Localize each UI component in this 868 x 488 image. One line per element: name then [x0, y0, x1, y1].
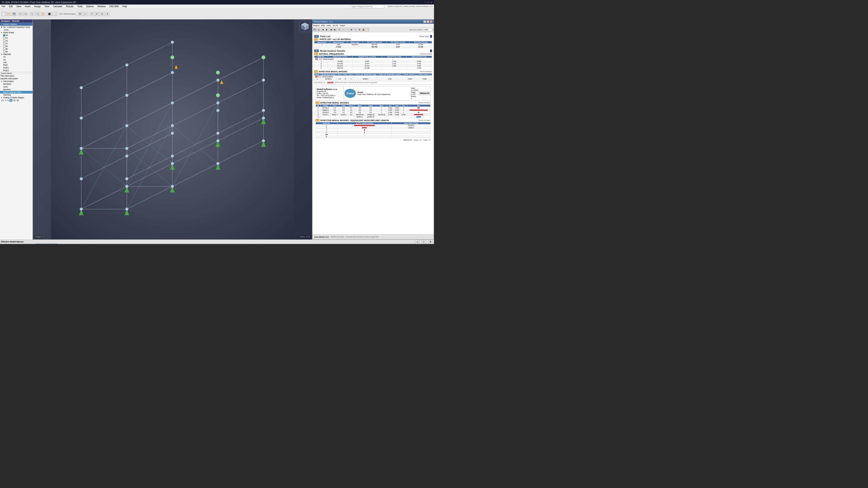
report-menu-insert[interactable]: Insert: [340, 24, 345, 27]
search-input[interactable]: [350, 5, 384, 8]
report-btn-next-page[interactable]: ▶: [325, 28, 329, 32]
report-btn-last[interactable]: ▶|: [333, 28, 337, 32]
nav-phyk[interactable]: PhyK: [0, 64, 33, 66]
toolbar-results-on[interactable]: R: [78, 12, 82, 16]
viewport[interactable]: Global XYZ Plane: XYZ XYZ: [33, 20, 312, 239]
toolbar-results-off[interactable]: —: [83, 12, 88, 16]
nav-result-diagram[interactable]: Result Diagram Filled: [0, 91, 33, 94]
nav-lines[interactable]: Lines: [0, 86, 33, 88]
bottom-btn-1[interactable]: ◁: [415, 240, 419, 244]
report-btn-export[interactable]: 📤: [362, 28, 365, 32]
menu-options[interactable]: Options: [86, 5, 94, 8]
report-menu-goto[interactable]: Go To: [333, 24, 338, 27]
menu-help[interactable]: Help: [122, 5, 128, 8]
report-close-btn[interactable]: ✕: [430, 20, 432, 23]
report-btn-search[interactable]: 🔍: [353, 28, 357, 32]
report-maximize-btn[interactable]: □: [427, 20, 429, 23]
nav-mode-shape[interactable]: ▼ Mode Shape: [0, 31, 33, 34]
menu-calculate[interactable]: Calculate: [52, 5, 63, 8]
report-menu-edit[interactable]: Edit: [321, 24, 325, 27]
nav-3d[interactable]: 3d: [0, 34, 33, 37]
nav-phix-check[interactable]: [3, 45, 5, 47]
scale-50[interactable]: 50: [16, 99, 19, 102]
nav-sections[interactable]: Sections: [0, 88, 33, 91]
nav-ux[interactable]: ux: [0, 37, 33, 39]
menu-view[interactable]: View: [16, 5, 22, 8]
nav-members[interactable]: Members: [0, 83, 33, 86]
menu-insert[interactable]: Insert: [24, 5, 31, 8]
report-minimize-btn[interactable]: ─: [423, 20, 426, 23]
nav-maxmin[interactable]: Max/Min Information: [0, 77, 33, 80]
report-btn-fit[interactable]: ⊞: [349, 28, 353, 32]
nav-deformation[interactable]: ▼ Deformation: [0, 80, 33, 83]
toolbar-select[interactable]: ↖: [30, 12, 35, 16]
nav-phyk2[interactable]: PhyK2: [0, 69, 33, 72]
scale-5[interactable]: 5: [7, 99, 9, 102]
nav-uz[interactable]: uz: [0, 42, 33, 45]
nav-uy[interactable]: uy: [0, 39, 33, 42]
report-btn-first[interactable]: |◀: [329, 28, 333, 32]
nav-m1[interactable]: m1: [0, 56, 33, 58]
menu-edit[interactable]: Edit: [8, 5, 13, 8]
toolbar-pan[interactable]: ✋: [40, 12, 45, 16]
toolbar-view-top[interactable]: T: [90, 12, 94, 16]
nav-phiz[interactable]: φz: [0, 50, 33, 53]
report-btn-copy[interactable]: 📋: [366, 28, 369, 32]
nav-phiy[interactable]: φy: [0, 47, 33, 50]
report-menu-report[interactable]: Report: [313, 24, 319, 27]
nav-ux-check[interactable]: [3, 37, 5, 39]
toolbar-new[interactable]: 📄: [1, 12, 6, 16]
nav-uy-check[interactable]: [3, 40, 5, 42]
menu-cadbim[interactable]: CAD-BIM: [108, 5, 119, 8]
scale-10[interactable]: 10: [9, 99, 12, 102]
menu-results[interactable]: Results: [65, 5, 74, 8]
nav-3d-check[interactable]: [3, 34, 5, 36]
menu-assign[interactable]: Assign: [33, 5, 41, 8]
max-period-input[interactable]: [423, 28, 432, 31]
toolbar-save[interactable]: 💾: [12, 12, 16, 16]
bottom-btn-3[interactable]: ⊞: [428, 240, 433, 244]
nav-result-values[interactable]: Result Values: [0, 72, 33, 74]
toolbar-open[interactable]: 📂: [6, 12, 11, 16]
modal-analysis-nav-item[interactable]: ✓ Modal Analysis: [0, 23, 33, 26]
nav-title-info[interactable]: Title Information: [0, 74, 33, 77]
nav-uz-check[interactable]: [3, 42, 5, 44]
nav-scaling[interactable]: ▼ Scaling of Mode Shapes: [0, 96, 33, 99]
report-btn-save[interactable]: 💾: [313, 28, 316, 32]
nav-phyk1[interactable]: PhyK1: [0, 66, 33, 69]
nav-phiz-check[interactable]: [3, 51, 5, 53]
nav-hatching[interactable]: Hatching: [0, 94, 33, 96]
report-btn-print[interactable]: 🖨: [317, 28, 320, 32]
report-btn-prev-page[interactable]: ◀: [321, 28, 324, 32]
nav-natural-freq[interactable]: ▶ No. 1 Natural Frequency F [Hz]: [0, 26, 33, 29]
report-btn-settings[interactable]: ⚙: [358, 28, 361, 32]
menu-window[interactable]: Window: [97, 5, 106, 8]
scale-1[interactable]: 1: [5, 99, 6, 102]
toolbar-undo[interactable]: ↩: [18, 12, 23, 16]
report-btn-zoom-out[interactable]: −: [345, 28, 349, 32]
report-btn-zoom-in[interactable]: +: [341, 28, 345, 32]
scale-20[interactable]: 20: [13, 99, 16, 102]
toolbar-view-side[interactable]: S: [100, 12, 104, 16]
toolbar-wireframe[interactable]: ⬜: [52, 12, 57, 16]
toolbar-render[interactable]: ⬛: [47, 12, 52, 16]
toolbar-view-front[interactable]: F: [95, 12, 99, 16]
nav-my[interactable]: my: [0, 58, 33, 61]
menu-tools[interactable]: Tools: [76, 5, 83, 8]
nav-my1[interactable]: my1: [0, 61, 33, 64]
minimize-btn[interactable]: ─: [425, 1, 426, 4]
close-btn[interactable]: ✕: [430, 1, 432, 4]
nav-materials[interactable]: ▼ Materials: [0, 53, 33, 56]
report-btn-refresh[interactable]: ↺: [337, 28, 341, 32]
report-menu-view[interactable]: View: [327, 24, 331, 27]
nav-phix[interactable]: φx: [0, 45, 33, 47]
menu-file[interactable]: File: [1, 5, 6, 8]
scale-01[interactable]: 0.1: [1, 99, 4, 102]
nav-phiy-check[interactable]: [3, 48, 5, 50]
toolbar-zoom[interactable]: 🔍: [35, 12, 40, 16]
menu-view2[interactable]: View: [44, 5, 50, 8]
bottom-btn-2[interactable]: ▷: [422, 240, 426, 244]
maximize-btn[interactable]: □: [428, 1, 429, 4]
toolbar-view-3d[interactable]: 3: [105, 12, 110, 16]
toolbar-redo[interactable]: ↪: [24, 12, 28, 16]
